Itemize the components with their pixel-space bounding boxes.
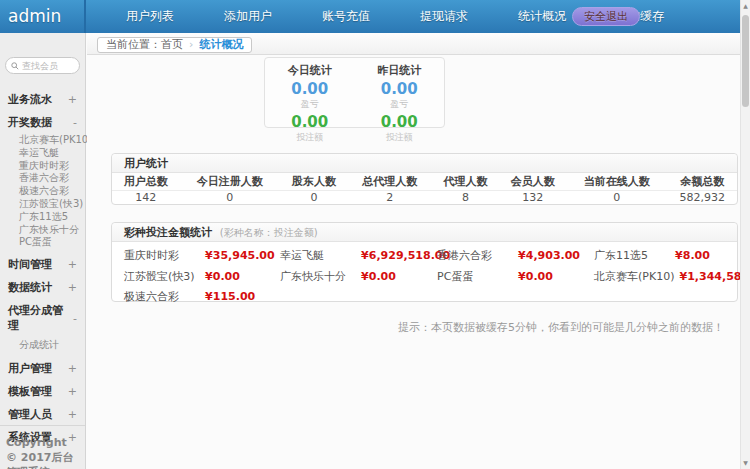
- lottery-name: 极速六合彩: [124, 288, 200, 307]
- scroll-down-icon[interactable]: ▼: [741, 457, 750, 469]
- sidebar-item-time-management[interactable]: 时间管理 +: [0, 253, 85, 276]
- today-bet-label: 投注额: [265, 131, 355, 144]
- nav-item-add-user[interactable]: 添加用户: [208, 0, 288, 33]
- chevron-right-icon: ›: [189, 38, 193, 51]
- total-balance-value: 582,932: [667, 190, 737, 204]
- draw-data-submenu: 北京赛车(PK10) 幸运飞艇 重庆时时彩 香港六合彩 极速六合彩 江苏骰宝(快…: [0, 134, 85, 253]
- sidebar: 业务流水 + 开奖数据 - 北京赛车(PK10) 幸运飞艇 重庆时时彩 香港六合…: [0, 33, 86, 469]
- copyright-text: Copyright © 2017后台管理系统: [0, 425, 85, 469]
- sidebar-subitem-commission-stats[interactable]: 分成统计: [0, 337, 85, 353]
- breadcrumb-label: 当前位置：: [106, 37, 161, 52]
- col-total-users: 用户总数: [112, 173, 179, 190]
- list-item: 极速六合彩 ¥115.00: [124, 286, 280, 307]
- sidebar-item-user-management[interactable]: 用户管理 +: [0, 357, 85, 380]
- today-profit-label: 盈亏: [265, 98, 355, 111]
- list-item: 幸运飞艇 ¥6,929,518.00: [280, 245, 437, 266]
- agent-commission-submenu: 分成统计: [0, 337, 85, 357]
- lottery-amount: ¥8.00: [675, 249, 710, 262]
- sidebar-subitem-jiangsu-k3[interactable]: 江苏骰宝(快3): [0, 198, 85, 211]
- lottery-amount: ¥0.00: [518, 270, 553, 283]
- sidebar-item-data-stats[interactable]: 数据统计 +: [0, 276, 85, 299]
- expand-icon: +: [68, 258, 77, 271]
- col-general-agents: 总代理人数: [348, 173, 432, 190]
- yesterday-bet-label: 投注额: [355, 131, 445, 144]
- list-item: 北京赛车(PK10) ¥1,344,580.00: [594, 266, 750, 287]
- online-now-value: 0: [566, 190, 667, 204]
- lottery-name: 幸运飞艇: [280, 247, 356, 266]
- vertical-scrollbar[interactable]: ▲ ▼: [740, 0, 750, 469]
- breadcrumb-home-link[interactable]: 首页: [161, 37, 183, 52]
- breadcrumb-current: 统计概况: [199, 37, 243, 52]
- member-search-box[interactable]: [5, 57, 80, 74]
- sidebar-item-agent-commission[interactable]: 代理分成管理 -: [0, 299, 85, 337]
- app-logo: admin: [0, 0, 86, 33]
- lottery-name: 北京赛车(PK10): [594, 268, 674, 287]
- user-stats-title: 用户统计: [112, 154, 737, 173]
- lottery-amount-grid: 重庆时时彩 ¥35,945.00 幸运飞艇 ¥6,929,518.00 香港六合…: [112, 242, 737, 307]
- sidebar-subitem-speed-mark6[interactable]: 极速六合彩: [0, 185, 85, 198]
- search-input[interactable]: [22, 61, 78, 71]
- sidebar-menu: 业务流水 + 开奖数据 - 北京赛车(PK10) 幸运飞艇 重庆时时彩 香港六合…: [0, 88, 85, 449]
- lottery-name: 广东11选5: [594, 247, 670, 266]
- sidebar-subitem-pc-dandan[interactable]: PC蛋蛋: [0, 236, 85, 249]
- sidebar-item-label: 模板管理: [8, 384, 52, 399]
- sidebar-item-draw-data[interactable]: 开奖数据 -: [0, 111, 85, 134]
- main-content: 当前位置： 首页 › 统计概况 今日统计 0.00 盈亏 0.00 投注额 昨日…: [87, 33, 740, 469]
- sidebar-item-business-flow[interactable]: 业务流水 +: [0, 88, 85, 111]
- lottery-stats-title-text: 彩种投注金额统计: [124, 226, 212, 239]
- lottery-bet-stats-panel: 彩种投注金额统计 (彩种名称：投注金额) 重庆时时彩 ¥35,945.00 幸运…: [111, 222, 738, 302]
- user-stats-table: 用户总数 今日注册人数 股东人数 总代理人数 代理人数 会员人数 当前在线人数 …: [112, 173, 737, 204]
- sidebar-subitem-beijing-pk10[interactable]: 北京赛车(PK10): [0, 134, 85, 147]
- sidebar-subitem-chongqing-ssc[interactable]: 重庆时时彩: [0, 160, 85, 173]
- nav-item-user-list[interactable]: 用户列表: [110, 0, 190, 33]
- admin-dashboard: admin 用户列表 添加用户 账号充值 提现请求 统计概况 清空缓存 安全退出…: [0, 0, 750, 469]
- sidebar-item-label: 时间管理: [8, 257, 52, 272]
- nav-item-stats-overview[interactable]: 统计概况: [502, 0, 582, 33]
- col-online-now: 当前在线人数: [566, 173, 667, 190]
- yesterday-stats: 昨日统计 0.00 盈亏 0.00 投注额: [355, 58, 445, 127]
- collapse-icon: -: [73, 116, 77, 129]
- sidebar-item-template-management[interactable]: 模板管理 +: [0, 380, 85, 403]
- collapse-icon: -: [73, 312, 77, 325]
- list-item: 江苏骰宝(快3) ¥0.00: [124, 266, 280, 287]
- sidebar-item-admins[interactable]: 管理人员 +: [0, 403, 85, 426]
- sidebar-subitem-hk-mark6[interactable]: 香港六合彩: [0, 172, 85, 185]
- nav-item-account-recharge[interactable]: 账号充值: [306, 0, 386, 33]
- breadcrumb-bar: 当前位置： 首页 › 统计概况: [87, 33, 740, 55]
- sidebar-item-label: 代理分成管理: [8, 303, 73, 333]
- members-value: 132: [499, 190, 566, 204]
- list-item: 重庆时时彩 ¥35,945.00: [124, 245, 280, 266]
- lottery-amount: ¥0.00: [205, 270, 240, 283]
- today-bet-value: 0.00: [265, 113, 355, 131]
- col-agents: 代理人数: [432, 173, 499, 190]
- list-item: 香港六合彩 ¥4,903.00: [437, 245, 594, 266]
- today-registered-value: 0: [179, 190, 280, 204]
- sidebar-item-label: 业务流水: [8, 92, 52, 107]
- list-item: 广东11选5 ¥8.00: [594, 245, 750, 266]
- col-shareholders: 股东人数: [280, 173, 347, 190]
- yesterday-profit-value: 0.00: [355, 80, 445, 98]
- lottery-name: 香港六合彩: [437, 247, 513, 266]
- lottery-stats-subtitle: (彩种名称：投注金额): [220, 227, 318, 238]
- table-row: 142 0 0 2 8 132 0 582,932: [112, 190, 737, 204]
- col-members: 会员人数: [499, 173, 566, 190]
- expand-icon: +: [68, 281, 77, 294]
- lottery-stats-title: 彩种投注金额统计 (彩种名称：投注金额): [112, 223, 737, 242]
- table-header-row: 用户总数 今日注册人数 股东人数 总代理人数 代理人数 会员人数 当前在线人数 …: [112, 173, 737, 190]
- sidebar-subitem-guangdong-11x5[interactable]: 广东11选5: [0, 211, 85, 224]
- nav-item-withdraw-requests[interactable]: 提现请求: [404, 0, 484, 33]
- col-total-balance: 余额总数: [667, 173, 737, 190]
- scroll-up-icon[interactable]: ▲: [741, 0, 750, 12]
- cache-tip-text: 提示：本页数据被缓存5分钟，你看到的可能是几分钟之前的数据！: [398, 320, 724, 335]
- scrollbar-thumb[interactable]: [742, 15, 749, 107]
- yesterday-stats-title: 昨日统计: [355, 63, 445, 78]
- expand-icon: +: [68, 385, 77, 398]
- list-item: 广东快乐十分 ¥0.00: [280, 266, 437, 287]
- logout-button[interactable]: 安全退出: [572, 7, 640, 26]
- shareholders-value: 0: [280, 190, 347, 204]
- yesterday-profit-label: 盈亏: [355, 98, 445, 111]
- sidebar-subitem-lucky-airship[interactable]: 幸运飞艇: [0, 147, 85, 160]
- sidebar-item-label: 数据统计: [8, 280, 52, 295]
- expand-icon: +: [68, 408, 77, 421]
- sidebar-subitem-guangdong-klsf[interactable]: 广东快乐十分: [0, 224, 85, 237]
